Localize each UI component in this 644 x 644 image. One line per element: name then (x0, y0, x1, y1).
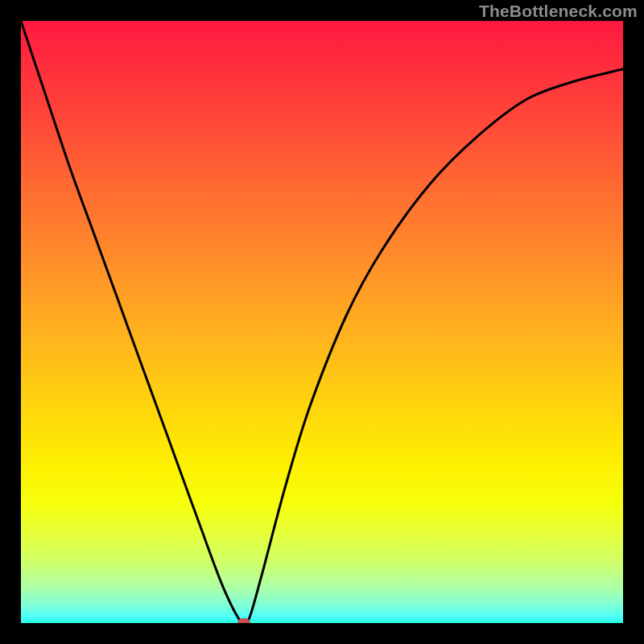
bottleneck-curve (21, 21, 623, 623)
outer-frame: TheBottleneck.com (0, 0, 644, 644)
minimum-marker (237, 618, 250, 623)
chart-svg (21, 21, 623, 623)
watermark-text: TheBottleneck.com (479, 2, 638, 21)
plot-area (21, 21, 623, 623)
